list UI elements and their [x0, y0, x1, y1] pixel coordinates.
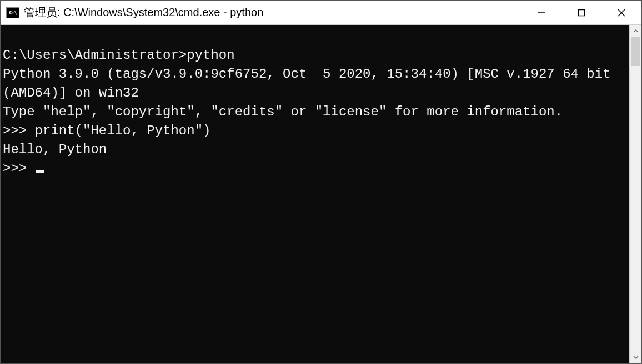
cmd-icon: C:\ — [6, 7, 19, 18]
terminal-prompt: >>> — [3, 161, 35, 176]
terminal-line: Python 3.9.0 (tags/v3.9.0:9cf6752, Oct 5… — [3, 65, 629, 103]
terminal-area: C:\Users\Administrator>pythonPython 3.9.… — [1, 25, 641, 363]
window-title: 管理员: C:\Windows\System32\cmd.exe - pytho… — [24, 5, 521, 20]
scrollbar[interactable] — [629, 25, 641, 363]
minimize-button[interactable] — [521, 1, 561, 24]
terminal-line — [3, 27, 629, 46]
cmd-icon-label: C:\ — [9, 10, 16, 16]
terminal-line: Hello, Python — [3, 140, 629, 159]
close-button[interactable] — [601, 1, 641, 24]
scroll-up-icon[interactable] — [630, 25, 641, 37]
cursor — [36, 170, 44, 173]
maximize-button[interactable] — [561, 1, 601, 24]
maximize-icon — [578, 9, 585, 17]
terminal-line: Type "help", "copyright", "credits" or "… — [3, 103, 629, 122]
terminal-prompt-line[interactable]: >>> — [3, 159, 629, 178]
terminal-line: C:\Users\Administrator>python — [3, 46, 629, 65]
scroll-track[interactable] — [630, 37, 641, 351]
close-icon — [617, 8, 626, 17]
svg-rect-1 — [579, 9, 585, 16]
scroll-down-icon[interactable] — [630, 351, 641, 363]
titlebar[interactable]: C:\ 管理员: C:\Windows\System32\cmd.exe - p… — [1, 1, 641, 25]
scroll-thumb[interactable] — [631, 37, 640, 66]
terminal-line: >>> print("Hello, Python") — [3, 122, 629, 140]
minimize-icon — [538, 9, 545, 17]
window-controls — [521, 1, 641, 24]
terminal-output[interactable]: C:\Users\Administrator>pythonPython 3.9.… — [1, 25, 629, 363]
window-frame: C:\ 管理员: C:\Windows\System32\cmd.exe - p… — [0, 0, 642, 364]
